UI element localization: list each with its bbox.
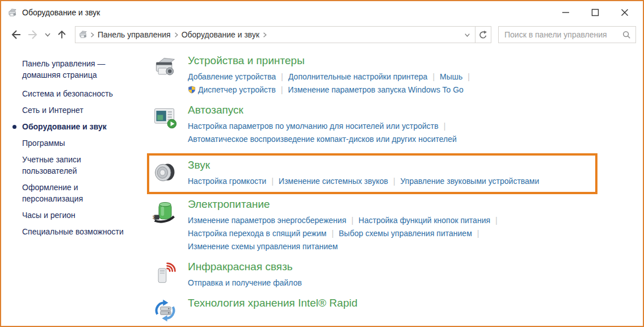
chevron-right-icon[interactable] [260,31,269,39]
section-body: ЭлектропитаниеИзменение параметров энерг… [188,198,503,253]
category-section-highlighted: ЗвукНастройка громкости|Изменение систем… [147,153,597,194]
task-link[interactable]: Управление звуковыми устройствами [401,177,540,186]
section-body: АвтозапускНастройка параметров по умолча… [188,104,457,146]
task-link[interactable]: Мышь [440,72,462,81]
task-link[interactable]: Добавление устройства [188,72,276,81]
section-title[interactable]: Звук [188,159,539,171]
task-link[interactable]: Диспетчер устройств [198,85,276,94]
battery-plug-icon [153,198,188,253]
sidebar-item[interactable]: Оборудование и звук [22,121,125,132]
task-link[interactable]: Настройка перехода в спящий режим [188,229,326,238]
sidebar-item-label: Часы и регион [22,211,75,220]
link-separator: | [495,216,498,225]
recent-pages-chevron-icon[interactable] [43,30,52,39]
sidebar-item-label: Сеть и Интернет [22,106,83,115]
link-separator: | [281,72,283,81]
chevron-right-icon[interactable] [88,31,96,39]
link-separator: | [468,72,470,81]
task-link-row: Изменение параметров энергосбережения|На… [188,214,503,227]
sidebar-item[interactable]: Система и безопасность [22,88,125,99]
sidebar: Панель управления — домашняя страницаСис… [1,45,134,327]
task-link-row: Автоматическое воспроизведение компакт-д… [188,133,457,146]
refresh-button[interactable] [475,26,491,43]
back-button[interactable] [9,28,23,41]
link-separator: | [477,229,479,238]
search-input[interactable] [503,30,622,40]
forward-button[interactable] [26,28,40,41]
task-link[interactable]: Настройка функций кнопок питания [359,216,490,225]
link-separator: | [444,121,446,131]
task-link[interactable]: Изменение схемы управления питанием [188,242,338,251]
category-section: Технология хранения Intel® Rapid [153,297,643,323]
task-link[interactable]: Отправка и получение файлов [188,278,302,287]
task-link[interactable]: Автоматическое воспроизведение компакт-д… [188,135,457,144]
title-bar: Оборудование и звук [1,1,643,24]
task-link-row: Настройка громкости|Изменение системных … [188,175,539,188]
section-title[interactable]: Технология хранения Intel® Rapid [188,297,357,309]
sidebar-item[interactable]: Программы [22,137,125,149]
category-section: Инфракрасная связьОтправка и получение ф… [153,261,643,290]
link-separator: | [281,85,283,94]
main-sections: Устройства и принтерыДобавление устройст… [134,45,643,327]
autoplay-icon [153,104,188,146]
link-separator: | [393,177,395,186]
link-separator: | [432,72,435,81]
task-link-row: Настройка перехода в спящий режим|Выбор … [188,227,503,240]
task-link[interactable]: Изменение параметров энергосбережения [188,216,346,225]
minimize-button[interactable] [551,1,580,24]
maximize-button[interactable] [580,1,610,24]
category-section: Устройства и принтерыДобавление устройст… [153,54,643,97]
up-button[interactable] [56,28,68,41]
sidebar-item[interactable]: Оформление и персонализация [22,182,125,204]
sidebar-item[interactable]: Панель управления — домашняя страница [22,58,125,81]
category-section: ЭлектропитаниеИзменение параметров энерг… [153,198,643,253]
section-title[interactable]: Автозапуск [188,104,457,116]
task-link[interactable]: Настройка параметров по умолчанию для но… [188,121,439,131]
printer-icon [153,54,188,97]
task-link-row: Диспетчер устройств|Изменение параметров… [188,83,475,97]
navigation-bar: Панель управления Оборудование и звук [1,24,643,45]
link-separator: | [351,216,353,225]
sidebar-item-label: Оформление и персонализация [22,183,83,203]
close-button[interactable] [610,1,639,24]
section-title[interactable]: Электропитание [188,198,503,211]
task-link[interactable]: Изменение системных звуков [279,177,388,186]
sidebar-item-label: Панель управления — домашняя страница [22,59,106,79]
hardware-printer-icon [8,8,18,18]
task-link[interactable]: Настройка громкости [188,177,266,186]
sidebar-item[interactable]: Специальные возможности [22,226,125,237]
section-body: Устройства и принтерыДобавление устройст… [188,54,475,97]
breadcrumb-control-panel[interactable]: Панель управления [96,30,172,39]
sidebar-item-label: Программы [22,139,65,148]
sidebar-item-label: Специальные возможности [22,227,124,236]
section-title[interactable]: Инфракрасная связь [188,261,302,273]
storage-sync-icon [153,297,188,323]
task-link-row: Изменение схемы управления питанием [188,240,503,253]
speaker-icon [153,159,188,188]
task-link[interactable]: Изменение параметров запуска Windows To … [288,85,464,94]
sidebar-item[interactable]: Часы и регион [22,209,125,221]
breadcrumb-hardware-and-sound[interactable]: Оборудование и звук [180,30,261,39]
address-bar[interactable]: Панель управления Оборудование и звук [75,26,475,43]
control-panel-window: Оборудование и звук [0,0,644,327]
sidebar-item-label: Оборудование и звук [22,122,107,131]
window-title: Оборудование и звук [22,8,100,17]
breadcrumb-printer-icon [79,30,88,39]
section-title[interactable]: Устройства и принтеры [188,54,475,67]
chevron-right-icon[interactable] [172,31,180,39]
task-link[interactable]: Дополнительные настройки принтера [288,72,427,81]
link-separator: | [271,177,273,186]
task-link-row: Настройка параметров по умолчанию для но… [188,120,457,133]
sidebar-item[interactable]: Сеть и Интернет [22,104,125,116]
sidebar-item[interactable]: Учетные записи пользователей [22,154,125,177]
link-separator: | [331,229,334,238]
address-dropdown-chevron-icon[interactable] [463,31,472,39]
content-area: Панель управления — домашняя страницаСис… [1,45,643,327]
section-body: ЗвукНастройка громкости|Изменение систем… [188,159,539,188]
search-box[interactable] [498,26,636,43]
uac-shield-icon [188,86,196,94]
task-link-row: Добавление устройства|Дополнительные нас… [188,70,475,83]
task-link-row: Отправка и получение файлов [188,276,302,290]
task-link[interactable]: Выбор схемы управления питанием [339,229,472,238]
search-icon[interactable] [622,30,631,39]
